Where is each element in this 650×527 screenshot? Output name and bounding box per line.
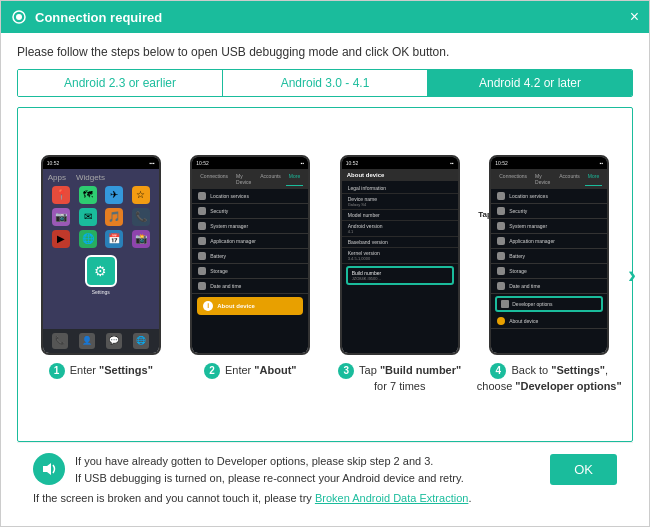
menu-location: Location services [192,189,308,204]
svg-marker-2 [43,463,51,475]
settings-text: Settings [46,289,156,295]
about-devicename: Device name Galaxy S4 [342,194,458,210]
phone-2-statusbar: 10:52 ▪▪ [192,157,308,169]
about-legal: Legal information [342,183,458,194]
app-6: ✉ [79,208,97,226]
app-7: 🎵 [105,208,123,226]
menu-datetime: Date and time [192,279,308,294]
tab-android42[interactable]: Android 4.2 or later [428,70,632,96]
tab-android30[interactable]: Android 3.0 - 4.1 [223,70,428,96]
sec-icon-4 [497,207,505,215]
sto-icon-4 [497,267,505,275]
statusbar-icons-2: ▪▪ [301,160,305,166]
svg-point-1 [16,14,22,20]
menu-security: Security [192,204,308,219]
app-4: ☆ [132,186,150,204]
menu-header-4: Connections My Device Accounts More [491,169,607,189]
broken-prefix: If the screen is broken and you cannot t… [33,492,315,504]
menu-tabs-4: Connections My Device Accounts More [496,172,602,186]
menu-list-4: Location services Security System manage… [491,189,607,353]
system-text: System manager [210,223,248,229]
datetime-text: Date and time [210,283,241,289]
version-tabs: Android 2.3 or earlier Android 3.0 - 4.1… [17,69,633,97]
statusbar-time: 10:52 [47,160,60,166]
about-model: Model number [342,210,458,221]
apps-text: Application manager [210,238,256,244]
step-2: 10:52 ▪▪ Connections My Device Accounts … [178,155,324,394]
security-icon [198,207,206,215]
location-text: Location services [210,193,249,199]
phone-4-statusbar: 10:52 ▪▪ [491,157,607,169]
menu-about-4: About device [491,314,607,329]
app-9: ▶ [52,230,70,248]
phone-4-mockup: 10:52 ▪▪ Connections My Device Accounts … [489,155,609,355]
phone-1-dock: 📞 👤 💬 🌐 [43,329,159,353]
step-1-label: 1 Enter "Settings" [49,363,153,379]
phone-1-screen: 10:52 ▪▪▪ Apps Widgets 📍 [43,157,159,353]
settings-icon: ⚙ [85,255,117,287]
apps-area: Apps Widgets 📍 🗺 ✈ ☆ � [43,169,159,329]
menu-apps: Application manager [192,234,308,249]
step-2-bold: "About" [254,364,296,376]
about-info-icon: i [203,301,213,311]
app-icon-4 [497,237,505,245]
about-baseband: Baseband version [342,237,458,248]
tab-android23[interactable]: Android 2.3 or earlier [18,70,223,96]
tab-bar: Apps Widgets [46,172,156,183]
tab-accounts: Accounts [257,172,284,186]
menu-bat-4: Battery [491,249,607,264]
dock-contacts: 👤 [79,333,95,349]
statusbar-icons-3: ▪▪ [450,160,454,166]
info-line1: If you have already gotten to Developer … [75,455,433,467]
step-4-label: 4 Back to "Settings", choose "Developer … [477,363,622,394]
broken-link-anchor[interactable]: Broken Android Data Extraction [315,492,468,504]
info-line2: If USB debugging is turned on, please re… [75,472,464,484]
battery-text: Battery [210,253,226,259]
statusbar-time-3: 10:52 [346,160,359,166]
battery-icon [198,252,206,260]
menu-loc-4: Location services [491,189,607,204]
tab-connections: Connections [197,172,231,186]
about-icon-4 [497,317,505,325]
step-1-number: 1 [49,363,65,379]
step-4-bold2: "Developer options" [515,380,621,392]
step-3-number: 3 [338,363,354,379]
menu-tabs-2: Connections My Device Accounts More [197,172,303,186]
loc-icon-4 [497,192,505,200]
phone-3-statusbar: 10:52 ▪▪ [342,157,458,169]
app-1: 📍 [52,186,70,204]
menu-sto-4: Storage [491,264,607,279]
phone-1-statusbar: 10:52 ▪▪▪ [43,157,159,169]
step-4: 10:52 ▪▪ Connections My Device Accounts … [477,155,623,394]
app-3: ✈ [105,186,123,204]
step-1-bold: "Settings" [99,364,153,376]
tab-more-4: More [585,172,602,186]
step-2-label: 2 Enter "About" [204,363,297,379]
tab-dev-4: My Device [532,172,554,186]
dev-highlight: Developer options [495,296,603,312]
menu-app-4: Application manager [491,234,607,249]
app-5: 📷 [52,208,70,226]
content-area: Please follow the steps below to open US… [1,33,649,526]
close-button[interactable]: × [630,9,639,25]
steps-row: 10:52 ▪▪▪ Apps Widgets 📍 [28,155,622,394]
about-list: Legal information Device name Galaxy S4 … [342,181,458,353]
app-8: 📞 [132,208,150,226]
step-4-bold1: "Settings" [551,364,605,376]
speaker-svg [41,461,57,477]
gear-icon: ⚙ [94,263,107,279]
statusbar-icons: ▪▪▪ [149,160,154,166]
statusbar-time-2: 10:52 [196,160,209,166]
ok-button[interactable]: OK [550,454,617,485]
system-icon [198,222,206,230]
app-12: 📸 [132,230,150,248]
about-text-4: About device [509,318,538,324]
step-3-bold: "Build number" [380,364,461,376]
phone-3-mockup: 10:52 ▪▪ About device Legal information [340,155,460,355]
menu-list-2: Location services Security System manage… [192,189,308,353]
phone-4-screen: 10:52 ▪▪ Connections My Device Accounts … [491,157,607,353]
app-11: 📅 [105,230,123,248]
speaker-icon [33,453,65,485]
about-highlight: i About device [197,297,303,315]
menu-sec-4: Security [491,204,607,219]
